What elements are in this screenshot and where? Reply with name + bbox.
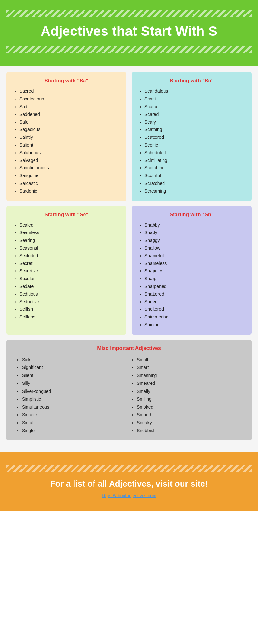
list-item: Shapeless xyxy=(144,267,245,275)
list-item: Salient xyxy=(19,141,120,149)
list-item: Screaming xyxy=(144,187,245,195)
list-item: Scintillating xyxy=(144,157,245,165)
box-sc: Starting with "Sc" ScandalousScantScarce… xyxy=(132,72,252,201)
list-item: Sheer xyxy=(144,298,245,306)
list-item: Snobbish xyxy=(137,427,244,435)
list-item: Shining xyxy=(144,321,245,329)
list-item: Sacrilegious xyxy=(19,95,120,103)
list-item: Simplistic xyxy=(22,395,129,403)
list-item: Safe xyxy=(19,118,120,126)
list-item: Scratched xyxy=(144,180,245,187)
list-item: Silly xyxy=(22,379,129,387)
list-item: Secluded xyxy=(19,252,120,260)
list-item: Shady xyxy=(144,229,245,237)
box-sa-list: SacredSacrilegiousSadSaddenedSafeSagacio… xyxy=(13,88,120,195)
list-item: Sardonic xyxy=(19,187,120,195)
list-item: Scattered xyxy=(144,134,245,141)
box-se-list: SealedSeamlessSearingSeasonalSecludedSec… xyxy=(13,222,120,321)
footer-title: For a list of all Adjectives, visit our … xyxy=(6,478,252,489)
main-content: Starting with "Sa" SacredSacrilegiousSad… xyxy=(0,66,258,452)
list-item: Shabby xyxy=(144,222,245,229)
box-sc-title: Starting with "Sc" xyxy=(138,78,245,84)
box-sa: Starting with "Sa" SacredSacrilegiousSad… xyxy=(6,72,126,201)
list-item: Shattered xyxy=(144,290,245,298)
list-item: Shaggy xyxy=(144,237,245,244)
list-item: Selfish xyxy=(19,306,120,313)
top-grid: Starting with "Sa" SacredSacrilegiousSad… xyxy=(6,72,252,334)
list-item: Sheltered xyxy=(144,306,245,313)
list-item: Small xyxy=(137,356,244,364)
list-item: Scandalous xyxy=(144,88,245,95)
list-item: Sincere xyxy=(22,411,129,419)
list-item: Seasonal xyxy=(19,244,120,252)
list-item: Smeared xyxy=(137,379,244,387)
box-sh-list: ShabbyShadyShaggyShallowShamefulShameles… xyxy=(138,222,245,329)
list-item: Sagacious xyxy=(19,126,120,134)
list-item: Sanctimonious xyxy=(19,164,120,172)
list-item: Secret xyxy=(19,260,120,268)
list-item: Salvaged xyxy=(19,157,120,165)
list-item: Silver-tongued xyxy=(22,387,129,395)
box-misc-title: Misc Important Adjectives xyxy=(14,346,244,351)
list-item: Scared xyxy=(144,111,245,118)
page-title: Adjectives that Start With S xyxy=(6,23,252,39)
footer-link[interactable]: https://aboutadjectives.com xyxy=(102,493,156,498)
list-item: Saddened xyxy=(19,111,120,118)
list-item: Sad xyxy=(19,103,120,111)
list-item: Sealed xyxy=(19,222,120,229)
list-item: Scornful xyxy=(144,172,245,180)
header: Adjectives that Start With S xyxy=(0,0,258,66)
list-item: Silent xyxy=(22,372,129,380)
list-item: Searing xyxy=(19,237,120,244)
list-item: Scary xyxy=(144,118,245,126)
list-item: Sanguine xyxy=(19,172,120,180)
list-item: Smashing xyxy=(137,372,244,380)
list-item: Shameful xyxy=(144,252,245,260)
list-item: Shameless xyxy=(144,260,245,268)
list-item: Sharpened xyxy=(144,283,245,290)
box-sh-title: Starting with "Sh" xyxy=(138,212,245,218)
list-item: Scenic xyxy=(144,141,245,149)
box-se-title: Starting with "Se" xyxy=(13,212,120,218)
list-item: Sinful xyxy=(22,419,129,427)
misc-cols: SickSignificantSilentSillySilver-tongued… xyxy=(14,356,244,435)
list-item: Shallow xyxy=(144,244,245,252)
list-item: Smart xyxy=(137,364,244,372)
list-item: Saintly xyxy=(19,134,120,141)
footer: For a list of all Adjectives, visit our … xyxy=(0,452,258,511)
box-se: Starting with "Se" SealedSeamlessSearing… xyxy=(6,206,126,335)
list-item: Seamless xyxy=(19,229,120,237)
list-item: Scorching xyxy=(144,164,245,172)
misc-right-list: SmallSmartSmashingSmearedSmellySmilingSm… xyxy=(129,356,244,435)
list-item: Scarce xyxy=(144,103,245,111)
list-item: Scheduled xyxy=(144,149,245,157)
box-misc: Misc Important Adjectives SickSignifican… xyxy=(6,340,252,440)
list-item: Sarcastic xyxy=(19,180,120,187)
list-item: Secular xyxy=(19,275,120,283)
list-item: Seditious xyxy=(19,290,120,298)
stripe-top xyxy=(6,10,252,17)
box-sh: Starting with "Sh" ShabbyShadyShaggyShal… xyxy=(132,206,252,335)
list-item: Sedate xyxy=(19,283,120,290)
footer-stripe-top xyxy=(6,465,252,472)
list-item: Selfless xyxy=(19,313,120,321)
list-item: Significant xyxy=(22,364,129,372)
list-item: Simultaneous xyxy=(22,403,129,411)
list-item: Smooth xyxy=(137,411,244,419)
list-item: Seductive xyxy=(19,298,120,306)
list-item: Smiling xyxy=(137,395,244,403)
box-sc-list: ScandalousScantScarceScaredScaryScathing… xyxy=(138,88,245,195)
list-item: Salubrious xyxy=(19,149,120,157)
list-item: Smoked xyxy=(137,403,244,411)
list-item: Smelly xyxy=(137,387,244,395)
list-item: Sacred xyxy=(19,88,120,95)
list-item: Secretive xyxy=(19,267,120,275)
list-item: Scathing xyxy=(144,126,245,134)
list-item: Sick xyxy=(22,356,129,364)
stripe-bottom xyxy=(6,46,252,53)
list-item: Sneaky xyxy=(137,419,244,427)
list-item: Shimmering xyxy=(144,313,245,321)
list-item: Sharp xyxy=(144,275,245,283)
box-sa-title: Starting with "Sa" xyxy=(13,78,120,84)
list-item: Scant xyxy=(144,95,245,103)
